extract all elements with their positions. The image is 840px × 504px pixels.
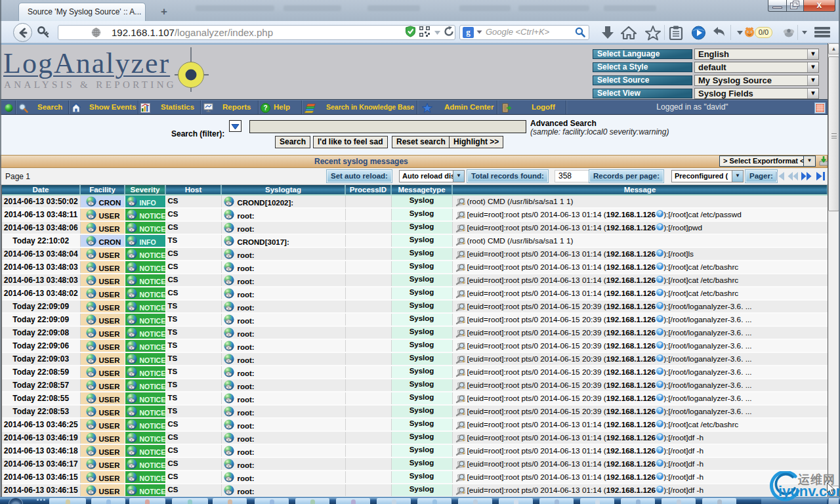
svg-text:?: ?: [263, 104, 267, 112]
